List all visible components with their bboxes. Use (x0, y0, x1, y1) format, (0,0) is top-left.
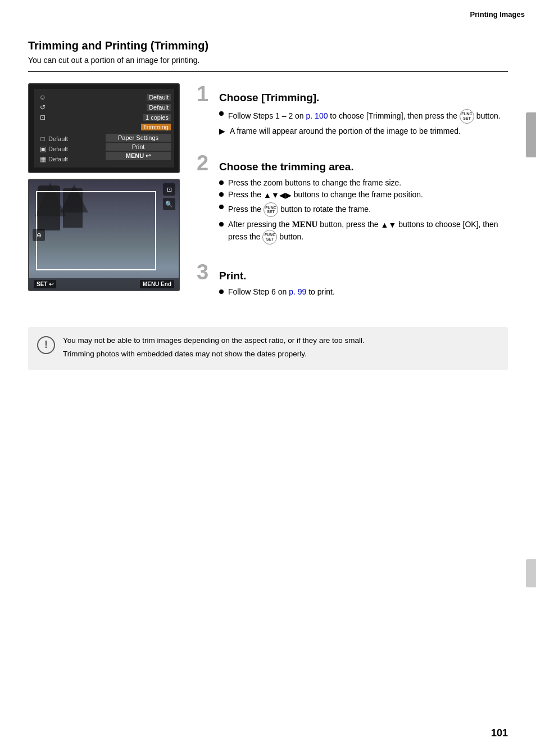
step-2-bullet-4-text: After pressing the MENU button, press th… (228, 220, 508, 244)
menu-row-7a: ▦ Default (37, 154, 102, 164)
step-2-bullet-3: Press the FUNCSET button to rotate the f… (219, 202, 508, 217)
arrow-keys-2: ▲▼ (381, 221, 397, 230)
step-2-body: Press the zoom buttons to change the fra… (219, 178, 508, 245)
step-2-bullet-2-text: Press the ▲▼◀▶ buttons to change the fra… (228, 190, 423, 200)
link-p100[interactable]: p. 100 (306, 111, 328, 120)
step-2-number: 2 (197, 152, 214, 174)
menu-label-5a: Default (48, 135, 68, 142)
page-number: 101 (491, 727, 508, 739)
menu-row-5a: □ Default (37, 134, 102, 144)
left-column: ☺ Default ↺ Default ⊡ 1 copies (28, 83, 180, 313)
menu-icon-2: ↺ (37, 103, 48, 111)
page-subtitle: You can cut out a portion of an image fo… (28, 56, 508, 65)
step-1: 1 Choose [Trimming]. Follow Steps 1 – 2 … (197, 83, 508, 135)
photo-bottom-bar: SET ↩ MENU End (29, 278, 179, 290)
step-2-bullet-2: Press the ▲▼◀▶ buttons to change the fra… (219, 190, 508, 200)
step-1-bullet-1: Follow Steps 1 – 2 on p. 100 to choose [… (219, 109, 508, 124)
menu-label-6a: Default (48, 146, 68, 152)
menu-end-button: MENU End (140, 280, 174, 288)
step-3-bullet-1: Follow Step 6 on p. 99 to print. (219, 287, 508, 296)
divider (28, 71, 508, 72)
bullet-circle (219, 111, 224, 116)
note-box: ! You may not be able to trim images dep… (28, 327, 508, 370)
step-2: 2 Choose the trimming area. Press the zo… (197, 152, 508, 245)
header-label: Printing Images (470, 10, 525, 19)
menu-value-1: Default (147, 94, 171, 101)
menu-icon-7a: ▦ (37, 155, 48, 163)
func-set-btn-2: FUNCSET (264, 202, 278, 217)
step-1-body: Follow Steps 1 – 2 on p. 100 to choose [… (219, 109, 508, 135)
photo-top-icons: ⊡ 🔍 (163, 183, 175, 210)
step-2-title: Choose the trimming area. (219, 161, 354, 173)
step-1-title: Choose [Trimming]. (219, 92, 319, 104)
step-1-arrow-1: ▶ A frame will appear around the portion… (219, 126, 508, 135)
menu-row-4: Trimming (37, 123, 171, 132)
step-2-header: 2 Choose the trimming area. (197, 152, 508, 174)
menu-icon-6a: ▣ (37, 145, 48, 153)
arrow-keys-1: ▲▼◀▶ (264, 191, 292, 200)
step-2-bullet-1: Press the zoom buttons to change the fra… (219, 178, 508, 187)
bullet-circle-3a (219, 289, 224, 294)
step-3-title: Print. (219, 270, 247, 282)
step-1-bullet-1-text: Follow Steps 1 – 2 on p. 100 to choose [… (228, 109, 501, 124)
camera-menu-screen: ☺ Default ↺ Default ⊡ 1 copies (28, 83, 180, 173)
camera-screen-inner: ☺ Default ↺ Default ⊡ 1 copies (34, 89, 174, 168)
note-icon: ! (37, 336, 55, 354)
menu-icon-5a: □ (37, 135, 48, 143)
step-1-arrow-1-text: A frame will appear around the portion o… (230, 126, 461, 135)
arrow-symbol-1: ▶ (219, 126, 225, 135)
print-btn: Print (106, 143, 171, 151)
menu-bold-text: MENU (292, 220, 318, 229)
step-2-bullet-3-text: Press the FUNCSET button to rotate the f… (228, 202, 371, 217)
bottom-tab (526, 559, 536, 587)
menu-value-3: 1 copies (143, 114, 171, 121)
link-p99[interactable]: p. 99 (289, 287, 306, 296)
menu-value-4: Trimming (141, 124, 171, 130)
step-3: 3 Print. Follow Step 6 on p. 99 to print… (197, 261, 508, 296)
menu-icon-3: ⊡ (37, 114, 48, 121)
side-tab (526, 112, 536, 157)
step-3-body: Follow Step 6 on p. 99 to print. (219, 287, 508, 296)
main-content: ☺ Default ↺ Default ⊡ 1 copies (28, 83, 508, 313)
menu-icon-1: ☺ (37, 93, 48, 101)
photo-icon-zoom: 🔍 (163, 198, 175, 210)
trim-frame (36, 191, 156, 270)
page-title: Trimming and Printing (Trimming) (28, 39, 508, 52)
step-3-header: 3 Print. (197, 261, 508, 283)
set-button: SET ↩ (34, 280, 56, 288)
paper-settings-btn: Paper Settings (106, 134, 171, 142)
camera-photo-screen: ⊡ 🔍 ⊕ SET ↩ MENU End (28, 179, 180, 291)
menu-row-6a: ▣ Default (37, 144, 102, 154)
page-container: Printing Images Trimming and Printing (T… (0, 0, 536, 756)
menu-row-2: ↺ Default (37, 102, 171, 112)
menu-label-7a: Default (48, 156, 68, 162)
step-3-number: 3 (197, 261, 214, 283)
step-1-header: 1 Choose [Trimming]. (197, 83, 508, 105)
func-set-btn-3: FUNCSET (262, 230, 277, 245)
bullet-circle-2c (219, 205, 224, 209)
photo-icon-grid: ⊡ (163, 183, 175, 196)
note-text-2: Trimming photos with embedded dates may … (63, 348, 365, 360)
menu-row-3: ⊡ 1 copies (37, 112, 171, 123)
step-1-number: 1 (197, 83, 214, 105)
menu-back-btn: MENU ↩ (106, 152, 171, 160)
note-text-1: You may not be able to trim images depen… (63, 335, 365, 346)
bullet-circle-2d (219, 222, 224, 227)
bullet-circle-2b (219, 192, 224, 197)
bullet-circle-2a (219, 180, 224, 185)
note-text-block: You may not be able to trim images depen… (63, 335, 365, 363)
right-column: 1 Choose [Trimming]. Follow Steps 1 – 2 … (197, 83, 508, 313)
menu-row-1: ☺ Default (37, 92, 171, 102)
step-2-bullet-4: After pressing the MENU button, press th… (219, 220, 508, 244)
step-3-bullet-1-text: Follow Step 6 on p. 99 to print. (228, 287, 335, 296)
photo-left-icon: ⊕ (33, 229, 45, 241)
photo-icon-rotate: ⊕ (33, 229, 45, 241)
func-set-btn-1: FUNCSET (460, 109, 474, 124)
step-2-bullet-1-text: Press the zoom buttons to change the fra… (228, 178, 401, 187)
menu-value-2: Default (147, 104, 171, 111)
